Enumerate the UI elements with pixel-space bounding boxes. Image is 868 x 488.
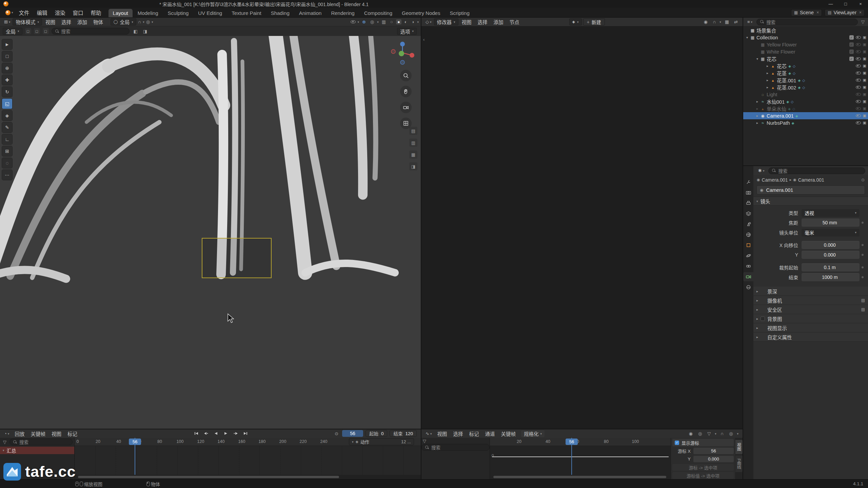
panel-checkbox[interactable] xyxy=(761,317,765,321)
hide-eye-icon[interactable] xyxy=(856,121,861,124)
outliner-row[interactable]: ▸ Camera.001 ✓ ▣ xyxy=(743,112,868,119)
mask-mode-icon[interactable]: ◧ xyxy=(132,29,139,34)
proportional-edit-icon[interactable]: ◎ xyxy=(145,19,151,24)
tool-toggle-icon[interactable]: ◻ xyxy=(43,28,49,34)
outliner-row[interactable]: 场景集合 ✓ ▣ xyxy=(743,27,868,34)
hide-eye-icon[interactable] xyxy=(856,79,861,82)
hide-eye-icon[interactable] xyxy=(856,100,861,103)
editor-type-button[interactable]: ◇▾ xyxy=(423,19,434,25)
graph-search-input[interactable]: 搜索 xyxy=(421,444,490,451)
sidebar-tab-icon[interactable]: ▥ xyxy=(409,139,417,147)
add-primitive-icon[interactable]: ⊞ xyxy=(2,146,12,156)
cursor-y-field[interactable]: 0.000 xyxy=(693,456,734,462)
disable-render-icon[interactable]: ▣ xyxy=(863,78,866,82)
outliner-row[interactable]: Light ✓ ▣ xyxy=(743,91,868,98)
topbar-menu-item[interactable]: 帮助 xyxy=(87,8,105,17)
pan-hand-icon[interactable] xyxy=(400,86,412,97)
next-keyframe-button[interactable] xyxy=(231,430,240,437)
hide-eye-icon[interactable] xyxy=(856,114,861,117)
shading-rendered-icon[interactable]: ◑ xyxy=(410,19,416,24)
viewport-canvas[interactable]: ►□⊕✚↻◱◈✎∟⊞◌⋯ xyxy=(0,36,421,429)
hide-eye-icon[interactable] xyxy=(856,36,861,39)
properties-panel-header[interactable]: ▸ 自定义属性 ▤ xyxy=(753,332,868,342)
outliner-row[interactable]: ▾ Collection ✓ ▣ xyxy=(743,34,868,41)
disable-render-icon[interactable]: ▣ xyxy=(863,114,866,118)
blender-logo-icon[interactable] xyxy=(3,1,8,6)
cursor-x-field[interactable]: 56 xyxy=(693,448,734,454)
collection-checkbox[interactable]: ✓ xyxy=(849,35,854,40)
sidebar-tab-icon[interactable]: ▤ xyxy=(409,127,417,135)
topbar-menu-item[interactable]: 渲染 xyxy=(51,8,69,17)
sidebar-tab-view[interactable]: 视图 xyxy=(735,440,743,454)
editor-type-button[interactable]: ≡▾ xyxy=(745,19,754,25)
timeline-menu-item[interactable]: 视图 xyxy=(48,430,64,437)
animate-decorator[interactable] xyxy=(860,222,865,224)
expander-icon[interactable]: ▸ xyxy=(765,78,770,82)
node-editor-menu-item[interactable]: 选择 xyxy=(475,18,491,25)
collection-checkbox[interactable]: ✓ xyxy=(849,42,854,47)
expander-icon[interactable]: ▾ xyxy=(745,36,750,39)
field-value[interactable]: 50 mm ▾ xyxy=(802,219,860,227)
close-button[interactable]: × xyxy=(853,0,868,8)
tweak-select-icon[interactable]: ► xyxy=(2,39,12,49)
zoom-icon[interactable] xyxy=(400,70,412,81)
shading-material-icon[interactable]: ◐ xyxy=(403,19,409,24)
expander-icon[interactable]: ▸ xyxy=(755,114,760,118)
expander-icon[interactable]: ▸ xyxy=(765,71,770,75)
breadcrumb-object[interactable]: Camera.001 xyxy=(762,177,788,183)
scene-tab-icon[interactable] xyxy=(743,220,753,229)
node-editor-menu-item[interactable]: 节点 xyxy=(507,18,522,25)
extrude-tool-icon[interactable]: ◌ xyxy=(2,158,12,168)
tool-toggle-icon[interactable]: ◻ xyxy=(34,28,40,34)
scale-tool-icon[interactable]: ◱ xyxy=(2,99,12,109)
render-tab-icon[interactable] xyxy=(743,188,753,197)
hide-eye-icon[interactable] xyxy=(856,86,861,89)
tool-orientation-dropdown[interactable]: 全局▾ xyxy=(3,28,22,35)
outliner-search-input[interactable]: 搜索 xyxy=(756,19,858,25)
graph-menu-item[interactable]: 通道 xyxy=(482,430,498,437)
annotate-tool-icon[interactable]: ✎ xyxy=(2,122,12,133)
arrange-icon[interactable]: ⇄ xyxy=(733,19,739,24)
cursor-sync-icon[interactable]: ◉ xyxy=(688,431,694,436)
camera-frame[interactable] xyxy=(202,238,271,278)
shading-solid-icon[interactable]: ● xyxy=(396,19,401,24)
workspace-tab[interactable]: Animation xyxy=(295,9,326,17)
breadcrumb-data[interactable]: Camera.001 xyxy=(798,177,824,183)
blender-menu-button[interactable]: ▾ xyxy=(0,9,15,16)
editor-type-button[interactable]: ◔▾ xyxy=(2,430,11,437)
collection-checkbox[interactable]: ✓ xyxy=(849,57,854,61)
proportional-edit-icon[interactable]: ◎ xyxy=(728,431,734,436)
collection-checkbox[interactable]: ✓ xyxy=(849,49,854,54)
gizmos-toggle-icon[interactable]: ⊕ xyxy=(361,19,367,24)
pin-icon[interactable]: ⊙ xyxy=(861,178,865,182)
shading-wireframe-icon[interactable]: ○ xyxy=(389,19,394,24)
cursor-3d-icon[interactable]: ⊕ xyxy=(2,63,12,73)
outliner-row[interactable]: ▸ 水仙001 ✓ ▣ xyxy=(743,98,868,105)
animate-decorator[interactable] xyxy=(860,276,865,278)
timeline-tracks[interactable] xyxy=(75,446,421,475)
field-value[interactable]: 0.000 ▾ xyxy=(802,251,860,259)
node-editor-menu-item[interactable]: 添加 xyxy=(491,18,507,25)
timeline-menu-item[interactable]: 回放 xyxy=(12,430,27,437)
animate-decorator[interactable] xyxy=(860,254,865,256)
action-selector[interactable]: ▾ ◈ 动作 12 ... xyxy=(349,438,414,445)
ghost-curves-icon[interactable]: ◎ xyxy=(697,431,703,436)
hide-eye-icon[interactable] xyxy=(856,64,861,67)
tool-tab-icon[interactable] xyxy=(743,178,753,187)
animate-decorator[interactable] xyxy=(860,266,865,268)
graph-menu-item[interactable]: 视图 xyxy=(434,430,450,437)
field-value[interactable]: 0.000 ▾ xyxy=(802,241,860,249)
tool-search-input[interactable]: 搜索 xyxy=(52,28,130,35)
animate-decorator[interactable] xyxy=(860,244,865,246)
workspace-tab[interactable]: Modeling xyxy=(133,9,163,17)
show-cursor-row[interactable]: ✓ 显示游标 xyxy=(672,439,734,446)
physics-tab-icon[interactable] xyxy=(743,251,753,260)
topbar-menu-item[interactable]: 编辑 xyxy=(33,8,51,17)
field-value[interactable]: 透视 ▾ xyxy=(802,209,860,217)
camera-view-icon[interactable] xyxy=(400,102,412,113)
outliner-row[interactable]: ▸ 单朵水仙 ✓ ▣ xyxy=(743,105,868,112)
disable-render-icon[interactable]: ▣ xyxy=(863,35,866,40)
outliner-row[interactable]: ▾ 花芯 ✓ ▣ xyxy=(743,55,868,62)
frame-start-field[interactable]: 起始0 xyxy=(366,430,388,437)
new-node-tree-button[interactable]: +新建 xyxy=(583,18,605,25)
